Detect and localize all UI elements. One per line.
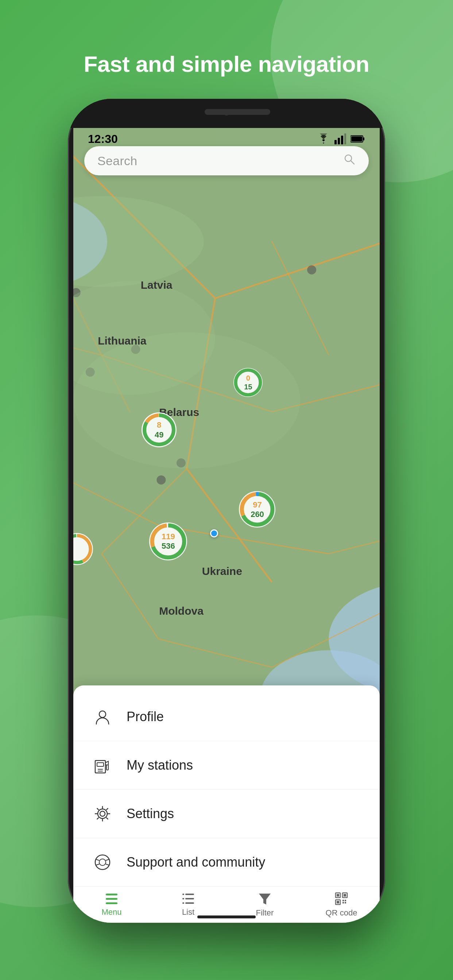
svg-line-66: [96, 864, 99, 865]
search-placeholder: Search: [97, 154, 343, 168]
qr-nav-icon: [335, 892, 348, 905]
status-time: 12:30: [88, 132, 118, 146]
nav-item-qr[interactable]: QR code: [303, 887, 380, 923]
svg-point-26: [156, 476, 166, 485]
svg-rect-83: [337, 901, 339, 904]
nav-item-menu[interactable]: Menu: [73, 887, 150, 923]
svg-point-62: [95, 855, 110, 870]
svg-point-61: [98, 809, 107, 818]
cluster-3-bottom: 536: [161, 541, 175, 551]
menu-item-settings[interactable]: Settings: [73, 790, 380, 838]
home-indicator: [197, 915, 256, 918]
menu-item-my-stations-label: My stations: [126, 757, 193, 773]
nav-label-filter: Filter: [256, 908, 274, 918]
svg-point-29: [73, 332, 300, 469]
svg-marker-77: [259, 894, 271, 905]
svg-rect-49: [341, 135, 343, 145]
svg-point-25: [307, 266, 316, 275]
page-title: Fast and simple navigation: [84, 51, 370, 77]
svg-rect-73: [185, 902, 194, 904]
phone-screen: Latvia Lithuania Belarus Ukraine Moldova…: [73, 128, 380, 923]
svg-rect-50: [344, 134, 346, 145]
search-icon: [343, 153, 356, 169]
svg-rect-84: [343, 900, 344, 901]
svg-point-54: [99, 711, 106, 718]
menu-item-profile-label: Profile: [126, 709, 164, 724]
svg-line-64: [96, 859, 99, 861]
svg-rect-76: [182, 902, 184, 904]
cluster-3-top: 119: [161, 531, 175, 541]
nav-label-list: List: [182, 907, 195, 917]
svg-rect-74: [182, 894, 184, 895]
svg-rect-52: [363, 137, 364, 140]
nav-label-menu: Menu: [101, 907, 121, 917]
svg-rect-48: [338, 138, 340, 145]
phone-speaker: [205, 109, 270, 115]
svg-rect-56: [97, 763, 104, 766]
svg-rect-70: [106, 902, 118, 904]
menu-nav-icon: [104, 893, 119, 905]
cluster-1-bottom: 49: [155, 430, 163, 439]
search-bar[interactable]: Search: [84, 146, 369, 175]
cluster-4[interactable]: 97 260: [236, 488, 278, 530]
svg-rect-69: [106, 898, 118, 900]
cluster-edge: [73, 531, 95, 567]
gas-station-icon: [91, 754, 113, 776]
menu-item-support[interactable]: Support and community: [73, 838, 380, 886]
svg-point-63: [99, 859, 106, 865]
settings-icon: [91, 803, 113, 825]
filter-nav-icon: [258, 892, 271, 905]
cluster-2-top: 0: [244, 374, 252, 382]
svg-line-67: [106, 864, 109, 865]
cluster-4-bottom: 260: [250, 510, 264, 519]
svg-line-65: [106, 859, 109, 861]
svg-rect-53: [351, 136, 362, 142]
svg-line-46: [351, 161, 354, 164]
svg-rect-81: [337, 894, 339, 897]
svg-rect-75: [182, 898, 184, 899]
menu-item-support-label: Support and community: [126, 854, 265, 870]
cluster-4-top: 97: [250, 500, 264, 510]
menu-item-settings-label: Settings: [126, 806, 174, 821]
signal-icon: [335, 134, 346, 145]
cluster-1-top: 8: [155, 420, 163, 430]
svg-rect-68: [106, 894, 118, 896]
wifi-icon: [317, 134, 330, 145]
svg-rect-85: [345, 900, 346, 901]
cluster-1[interactable]: 8 49: [139, 410, 179, 450]
cluster-3[interactable]: 119 536: [146, 520, 190, 563]
battery-icon: [351, 135, 365, 143]
svg-rect-82: [344, 894, 346, 897]
svg-rect-71: [185, 894, 194, 895]
phone-frame: Latvia Lithuania Belarus Ukraine Moldova…: [68, 99, 385, 923]
cluster-2[interactable]: 0 15: [231, 365, 266, 400]
list-nav-icon: [181, 893, 196, 905]
svg-rect-57: [107, 765, 108, 770]
svg-rect-87: [345, 902, 346, 904]
nav-label-qr: QR code: [326, 908, 357, 918]
support-icon: [91, 851, 113, 873]
status-bar: 12:30: [73, 128, 380, 150]
status-icons: [317, 134, 365, 145]
profile-icon: [91, 706, 113, 728]
svg-rect-72: [185, 898, 194, 899]
cluster-2-bottom: 15: [244, 382, 252, 391]
svg-point-60: [100, 811, 105, 816]
menu-item-profile[interactable]: Profile: [73, 693, 380, 741]
bottom-sheet: Profile My stations: [73, 686, 380, 886]
svg-rect-47: [335, 140, 337, 145]
menu-item-my-stations[interactable]: My stations: [73, 741, 380, 790]
phone-top-bar: [68, 99, 385, 128]
svg-rect-86: [343, 902, 344, 904]
